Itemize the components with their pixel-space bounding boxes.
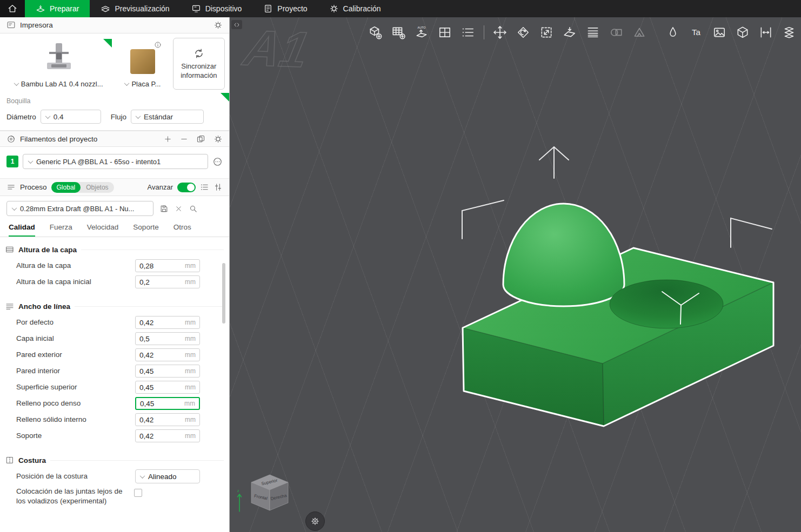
paint-button[interactable] (664, 23, 682, 42)
arrange-plate-button[interactable] (436, 23, 454, 42)
assembly-button[interactable] (780, 23, 798, 42)
seam-section-title: Costura (5, 456, 224, 464)
flow-select[interactable]: Estándar (131, 110, 204, 124)
setting-row: Pared exterior 0,42mm (0, 347, 229, 363)
setting-row: Colocación de las juntas lejos de los vo… (0, 484, 229, 506)
plate-select[interactable]: Placa P... (125, 78, 161, 90)
printer-section-header: Impresora (0, 17, 229, 33)
seam-position-select[interactable]: Alineado (135, 469, 200, 483)
support-line-width-input[interactable]: 0,42mm (135, 429, 200, 442)
setting-row: Por defecto 0,42mm (0, 314, 229, 331)
add-plate-button[interactable] (389, 23, 408, 42)
scale-button[interactable] (537, 23, 556, 42)
sparse-infill-line-width-input[interactable]: 0,45mm (135, 397, 200, 410)
model-dome[interactable] (503, 204, 624, 306)
lay-on-face-button[interactable] (560, 23, 579, 42)
filament-select[interactable]: Generic PLA @BBL A1 - 65so - intento1 (23, 154, 208, 169)
outer-wall-line-width-input[interactable]: 0,42mm (135, 348, 200, 361)
auto-orient-button[interactable]: AUTO (412, 23, 431, 42)
top-surface-line-width-input[interactable]: 0,45mm (135, 381, 200, 394)
initial-layer-line-width-input[interactable]: 0,5mm (135, 332, 200, 345)
section-rule (75, 306, 224, 307)
plate-card[interactable]: Placa P... (117, 38, 168, 90)
move-button[interactable] (491, 23, 509, 42)
compare-preset-icon[interactable] (213, 183, 223, 192)
setting-row: Altura de la capa inicial 0,2mm (0, 274, 229, 290)
tab-project[interactable]: Proyecto (252, 0, 318, 17)
search-icon[interactable] (189, 204, 198, 213)
scene-canvas[interactable]: A1 (230, 17, 801, 532)
measure-button[interactable] (757, 23, 775, 42)
view-settings-button[interactable] (305, 511, 325, 531)
object-list-button[interactable] (459, 23, 477, 42)
section-rule (81, 250, 224, 250)
advanced-label: Avanzar (148, 183, 173, 191)
save-preset-icon[interactable] (159, 204, 169, 213)
process-scope-toggle[interactable]: Global Objetos (51, 182, 114, 193)
inner-wall-line-width-input[interactable]: 0,45mm (135, 365, 200, 378)
remove-filament-icon[interactable] (180, 135, 188, 143)
printer-thumbnail (42, 38, 76, 78)
text-tool-button[interactable]: Ta (687, 23, 705, 42)
home-button[interactable] (0, 0, 25, 17)
tab-support[interactable]: Soporte (133, 223, 158, 237)
tab-calibration[interactable]: Calibración (318, 0, 392, 17)
add-object-icon (368, 25, 382, 39)
setting-list-icon[interactable] (200, 183, 209, 192)
variable-layer-height-button[interactable] (584, 23, 602, 42)
tab-preview[interactable]: Previsualización (90, 0, 180, 17)
3d-viewport[interactable]: A1 AUTO (230, 17, 801, 532)
scope-objects[interactable]: Objetos (81, 184, 114, 191)
boolean-icon (609, 25, 623, 39)
delete-preset-icon[interactable] (175, 205, 183, 213)
printer-card[interactable]: Bambu Lab A1 0.4 nozzl... (4, 38, 113, 90)
scale-icon (539, 25, 553, 39)
layer-height-input[interactable]: 0,28mm (135, 259, 200, 272)
internal-solid-infill-line-width-input[interactable]: 0,42mm (135, 413, 200, 426)
primitive-button[interactable] (733, 23, 752, 42)
viewport-toolbar: AUTO Ta (366, 20, 798, 45)
tab-others[interactable]: Otros (173, 223, 191, 237)
mesh-repair-button[interactable] (630, 23, 649, 42)
image-tool-button[interactable] (710, 23, 729, 42)
filament-settings-gear-icon[interactable] (213, 134, 223, 144)
filament-name: Generic PLA @BBL A1 - 65so - intento1 (36, 158, 161, 166)
initial-layer-height-input[interactable]: 0,2mm (135, 275, 200, 288)
sidebar-collapse-handle[interactable] (231, 20, 242, 29)
boolean-button[interactable] (607, 23, 625, 42)
advanced-toggle[interactable] (177, 183, 196, 192)
nav-cube[interactable]: Superior Frontal Derecha z (235, 469, 302, 529)
ams-sync-icon[interactable] (196, 134, 205, 144)
tab-speed[interactable]: Velocidad (87, 223, 119, 237)
tab-device[interactable]: Dispositivo (181, 0, 253, 17)
printer-select[interactable]: Bambu Lab A1 0.4 nozzl... (15, 78, 103, 90)
rotate-button[interactable] (514, 23, 532, 42)
filament-more-icon[interactable] (212, 157, 223, 167)
tab-strength[interactable]: Fuerza (50, 223, 72, 237)
rotate-icon (516, 25, 530, 39)
printer-settings-gear-icon[interactable] (213, 21, 223, 30)
default-line-width-input[interactable]: 0,42mm (135, 316, 200, 329)
variable-layer-height-icon (586, 25, 600, 39)
sync-info-button[interactable]: Sincronizar información (173, 38, 225, 90)
chevron-down-icon (124, 80, 130, 86)
sidebar-scrollbar[interactable] (222, 263, 225, 324)
filament-color-badge[interactable]: 1 (6, 156, 18, 167)
scope-global[interactable]: Global (51, 182, 81, 193)
info-icon[interactable] (154, 41, 162, 49)
add-object-button[interactable] (366, 23, 384, 42)
chevron-down-icon (140, 473, 145, 479)
topbar: Preparar Previsualización Dispositivo Pr… (0, 0, 801, 17)
add-filament-icon[interactable] (164, 135, 172, 143)
staggered-seam-checkbox[interactable] (134, 489, 142, 497)
right-corner-marker (731, 218, 772, 247)
diameter-select[interactable]: 0.4 (41, 110, 101, 124)
diameter-label: Diámetro (6, 113, 36, 121)
selected-corner-marker (103, 39, 112, 48)
tab-prepare[interactable]: Preparar (25, 0, 90, 17)
model-brick[interactable] (463, 204, 773, 426)
tab-quality[interactable]: Calidad (9, 223, 35, 237)
process-preset-select[interactable]: 0.28mm Extra Draft @BBL A1 - Nu... (6, 201, 153, 216)
model-recess[interactable] (610, 280, 723, 328)
printer-cards: Bambu Lab A1 0.4 nozzl... Placa P... Sin… (0, 33, 229, 93)
